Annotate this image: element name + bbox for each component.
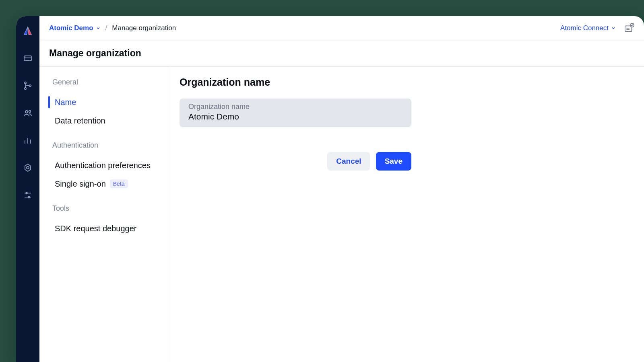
sidenav-group-auth: Authentication bbox=[52, 141, 162, 150]
breadcrumb-org-label: Atomic Demo bbox=[49, 24, 93, 32]
sliders-icon[interactable] bbox=[22, 189, 34, 201]
analytics-icon[interactable] bbox=[22, 134, 34, 146]
chevron-down-icon bbox=[96, 26, 101, 31]
svg-rect-0 bbox=[24, 56, 31, 61]
branch-icon[interactable] bbox=[22, 80, 34, 92]
svg-point-4 bbox=[29, 85, 31, 86]
users-icon[interactable] bbox=[22, 107, 34, 119]
sidenav-item-label: Name bbox=[55, 97, 76, 107]
svg-point-11 bbox=[27, 167, 29, 169]
nav-rail bbox=[16, 16, 39, 362]
atomic-connect-dropdown[interactable]: Atomic Connect bbox=[560, 24, 616, 32]
sidenav-group-general: General bbox=[52, 78, 162, 86]
breadcrumb-separator: / bbox=[105, 24, 107, 32]
sidenav-item-data-retention[interactable]: Data retention bbox=[49, 111, 162, 130]
svg-point-6 bbox=[29, 111, 31, 113]
content-panel: Organization name Organization name Canc… bbox=[168, 67, 644, 362]
breadcrumb-page: Manage organization bbox=[112, 24, 176, 32]
form-actions: Cancel Save bbox=[180, 152, 411, 171]
sidenav-item-label: SDK request debugger bbox=[55, 223, 136, 234]
sidenav-item-auth-prefs[interactable]: Authentication preferences bbox=[49, 156, 162, 175]
sidenav-item-label: Single sign-on bbox=[55, 179, 106, 189]
form-heading: Organization name bbox=[180, 76, 633, 88]
org-name-field[interactable]: Organization name bbox=[180, 99, 411, 127]
main-pane: Atomic Demo / Manage organization Atomic… bbox=[39, 16, 644, 362]
sidenav-item-label: Data retention bbox=[55, 115, 105, 126]
app-window: Atomic Demo / Manage organization Atomic… bbox=[16, 16, 644, 362]
sidenav-item-sdk-debugger[interactable]: SDK request debugger bbox=[49, 219, 162, 238]
sidenav-item-label: Authentication preferences bbox=[55, 160, 151, 171]
breadcrumb-org-dropdown[interactable]: Atomic Demo bbox=[49, 24, 101, 32]
inbox-status-icon[interactable] bbox=[624, 23, 634, 33]
save-button[interactable]: Save bbox=[376, 152, 411, 171]
org-name-field-label: Organization name bbox=[188, 103, 402, 111]
atomic-connect-label: Atomic Connect bbox=[560, 24, 609, 32]
sidenav-item-name[interactable]: Name bbox=[49, 93, 162, 111]
settings-gear-icon[interactable] bbox=[22, 162, 34, 174]
beta-badge: Beta bbox=[110, 179, 128, 188]
logo-icon[interactable] bbox=[22, 25, 34, 37]
svg-point-2 bbox=[25, 82, 26, 84]
page-title: Manage organization bbox=[49, 48, 141, 59]
sidenav-item-sso[interactable]: Single sign-on Beta bbox=[49, 175, 162, 193]
sidenav-group-tools: Tools bbox=[52, 204, 162, 213]
topbar: Atomic Demo / Manage organization Atomic… bbox=[39, 16, 644, 40]
cancel-button[interactable]: Cancel bbox=[327, 152, 370, 171]
settings-sidenav: General Name Data retention Authenticati… bbox=[39, 67, 168, 362]
page-title-bar: Manage organization bbox=[39, 40, 644, 67]
svg-marker-10 bbox=[25, 164, 31, 171]
svg-point-3 bbox=[25, 88, 26, 89]
svg-point-5 bbox=[25, 111, 28, 113]
chevron-down-icon bbox=[611, 26, 616, 31]
org-name-input[interactable] bbox=[188, 112, 402, 121]
body: General Name Data retention Authenticati… bbox=[39, 67, 644, 362]
cards-icon[interactable] bbox=[22, 52, 34, 64]
